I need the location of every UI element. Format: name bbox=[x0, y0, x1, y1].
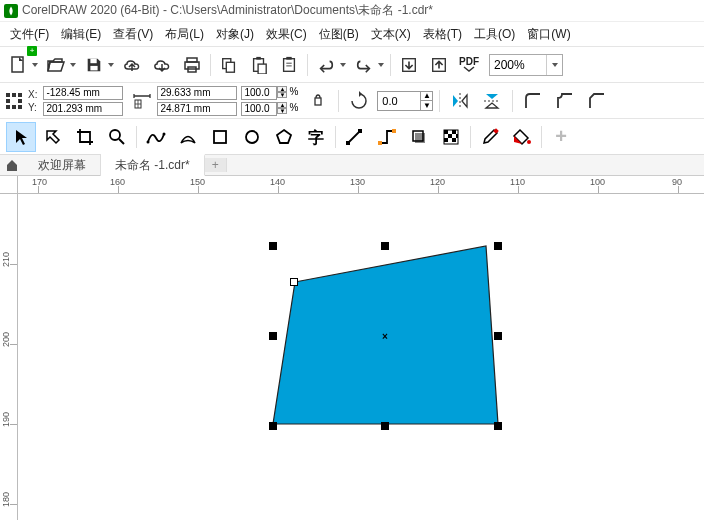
height-input[interactable] bbox=[157, 102, 237, 116]
undo-dropdown[interactable] bbox=[338, 51, 348, 79]
new-button[interactable]: + bbox=[4, 51, 32, 79]
menu-object[interactable]: 对象(J) bbox=[210, 24, 260, 45]
export-button[interactable] bbox=[425, 51, 453, 79]
text-tool[interactable]: 字 bbox=[301, 122, 331, 152]
svg-rect-47 bbox=[456, 134, 458, 138]
tab-document[interactable]: 未命名 -1.cdr* bbox=[101, 154, 205, 176]
save-dropdown[interactable] bbox=[106, 51, 116, 79]
paste-button[interactable] bbox=[245, 51, 273, 79]
shape-tool[interactable] bbox=[38, 122, 68, 152]
menu-layout[interactable]: 布局(L) bbox=[159, 24, 210, 45]
handle-se[interactable] bbox=[494, 422, 502, 430]
zoom-dropdown[interactable] bbox=[546, 55, 562, 75]
ellipse-tool[interactable] bbox=[237, 122, 267, 152]
svg-rect-24 bbox=[18, 105, 22, 109]
rectangle-tool[interactable] bbox=[205, 122, 235, 152]
percent-label: % bbox=[287, 86, 300, 100]
pick-tool[interactable] bbox=[6, 122, 36, 152]
width-input[interactable] bbox=[157, 86, 237, 100]
menu-file[interactable]: 文件(F) bbox=[4, 24, 55, 45]
menu-bar: 文件(F) 编辑(E) 查看(V) 布局(L) 对象(J) 效果(C) 位图(B… bbox=[0, 22, 704, 46]
copy-button[interactable] bbox=[215, 51, 243, 79]
undo-button[interactable] bbox=[312, 51, 340, 79]
menu-effects[interactable]: 效果(C) bbox=[260, 24, 313, 45]
home-tab[interactable] bbox=[0, 158, 24, 172]
redo-button[interactable] bbox=[350, 51, 378, 79]
x-input[interactable] bbox=[43, 86, 123, 100]
svg-rect-26 bbox=[315, 98, 321, 105]
y-input[interactable] bbox=[43, 102, 123, 116]
round-corner-button[interactable] bbox=[519, 87, 547, 115]
scale-x-down[interactable]: ▼ bbox=[277, 92, 287, 98]
clipboard-button[interactable] bbox=[275, 51, 303, 79]
fill-tool[interactable] bbox=[507, 122, 537, 152]
rotation-down[interactable]: ▼ bbox=[420, 101, 432, 110]
zoom-tool[interactable] bbox=[102, 122, 132, 152]
svg-point-29 bbox=[110, 130, 120, 140]
ruler-corner[interactable] bbox=[0, 176, 18, 194]
export-pdf-button[interactable]: PDF bbox=[455, 51, 483, 79]
node-nw[interactable] bbox=[290, 278, 298, 286]
horizontal-ruler[interactable]: 170 160 150 140 130 120 110 100 90 bbox=[18, 176, 704, 194]
menu-edit[interactable]: 编辑(E) bbox=[55, 24, 107, 45]
handle-n[interactable] bbox=[381, 242, 389, 250]
handle-sw[interactable] bbox=[269, 422, 277, 430]
handle-nw[interactable] bbox=[269, 242, 277, 250]
chamfer-corner-button[interactable] bbox=[583, 87, 611, 115]
zoom-level-combobox[interactable] bbox=[489, 54, 563, 76]
menu-text[interactable]: 文本(X) bbox=[365, 24, 417, 45]
handle-e[interactable] bbox=[494, 332, 502, 340]
scale-y-input[interactable] bbox=[241, 102, 277, 116]
freehand-tool[interactable] bbox=[141, 122, 171, 152]
eyedropper-tool[interactable] bbox=[475, 122, 505, 152]
hruler-tick: 160 bbox=[110, 177, 125, 187]
lock-ratio-button[interactable] bbox=[304, 87, 332, 115]
svg-rect-39 bbox=[378, 141, 382, 145]
connector-tool[interactable] bbox=[372, 122, 402, 152]
rotation-input-box[interactable]: ▲▼ bbox=[377, 91, 433, 111]
import-button[interactable] bbox=[395, 51, 423, 79]
transparency-tool[interactable] bbox=[436, 122, 466, 152]
scallop-corner-button[interactable] bbox=[551, 87, 579, 115]
redo-dropdown[interactable] bbox=[376, 51, 386, 79]
tab-welcome[interactable]: 欢迎屏幕 bbox=[24, 154, 101, 176]
hruler-tick: 110 bbox=[510, 177, 525, 187]
tab-new[interactable]: + bbox=[205, 158, 227, 172]
selected-shape[interactable] bbox=[18, 194, 704, 520]
selection-center[interactable]: × bbox=[382, 331, 388, 342]
hruler-tick: 120 bbox=[430, 177, 445, 187]
print-button[interactable] bbox=[178, 51, 206, 79]
polygon-tool[interactable] bbox=[269, 122, 299, 152]
vruler-tick: 190 bbox=[1, 412, 11, 427]
scale-y-down[interactable]: ▼ bbox=[277, 108, 287, 114]
rotation-up[interactable]: ▲ bbox=[420, 92, 432, 101]
crop-tool[interactable] bbox=[70, 122, 100, 152]
open-dropdown[interactable] bbox=[68, 51, 78, 79]
cloud-save-button[interactable] bbox=[148, 51, 176, 79]
open-button[interactable] bbox=[42, 51, 70, 79]
rotation-input[interactable] bbox=[378, 95, 420, 107]
handle-ne[interactable] bbox=[494, 242, 502, 250]
cloud-open-button[interactable] bbox=[118, 51, 146, 79]
handle-w[interactable] bbox=[269, 332, 277, 340]
menu-window[interactable]: 窗口(W) bbox=[521, 24, 576, 45]
add-tool-button[interactable]: + bbox=[546, 122, 576, 152]
mirror-v-button[interactable] bbox=[478, 87, 506, 115]
menu-table[interactable]: 表格(T) bbox=[417, 24, 468, 45]
artistic-media-tool[interactable] bbox=[173, 122, 203, 152]
canvas[interactable]: × bbox=[18, 194, 704, 520]
menu-tools[interactable]: 工具(O) bbox=[468, 24, 521, 45]
save-button[interactable] bbox=[80, 51, 108, 79]
menu-view[interactable]: 查看(V) bbox=[107, 24, 159, 45]
app-icon bbox=[4, 4, 18, 18]
zoom-input[interactable] bbox=[490, 58, 546, 72]
svg-rect-46 bbox=[448, 134, 452, 138]
plus-badge-icon: + bbox=[27, 46, 37, 56]
mirror-h-button[interactable] bbox=[446, 87, 474, 115]
dimension-tool[interactable] bbox=[340, 122, 370, 152]
vertical-ruler[interactable]: 210 200 190 180 bbox=[0, 194, 18, 520]
drop-shadow-tool[interactable] bbox=[404, 122, 434, 152]
scale-x-input[interactable] bbox=[241, 86, 277, 100]
menu-bitmap[interactable]: 位图(B) bbox=[313, 24, 365, 45]
handle-s[interactable] bbox=[381, 422, 389, 430]
